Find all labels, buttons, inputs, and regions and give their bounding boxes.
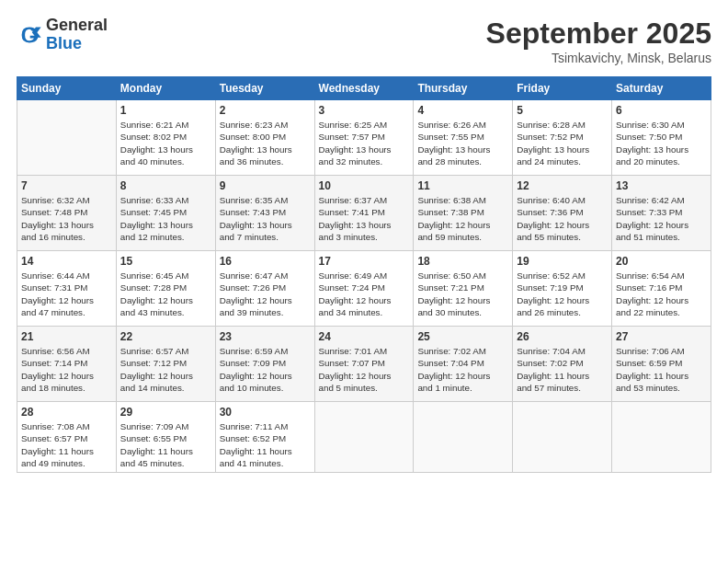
cell-content: Sunrise: 7:11 AM Sunset: 6:52 PM Dayligh… xyxy=(220,420,311,469)
cell-content: Sunrise: 7:04 AM Sunset: 7:02 PM Dayligh… xyxy=(517,345,608,394)
day-number: 1 xyxy=(120,103,211,118)
cell-content: Sunrise: 6:38 AM Sunset: 7:38 PM Dayligh… xyxy=(417,194,508,243)
calendar-cell: 20Sunrise: 6:54 AM Sunset: 7:16 PM Dayli… xyxy=(612,251,711,327)
day-number: 18 xyxy=(417,254,508,269)
calendar-cell: 16Sunrise: 6:47 AM Sunset: 7:26 PM Dayli… xyxy=(215,251,314,327)
col-thursday: Thursday xyxy=(414,77,513,100)
calendar-cell: 27Sunrise: 7:06 AM Sunset: 6:59 PM Dayli… xyxy=(612,327,711,402)
day-number: 26 xyxy=(517,329,608,344)
day-number: 5 xyxy=(517,103,608,118)
day-number: 25 xyxy=(417,329,508,344)
col-tuesday: Tuesday xyxy=(215,77,314,100)
calendar-cell xyxy=(17,100,117,176)
cell-content: Sunrise: 6:42 AM Sunset: 7:33 PM Dayligh… xyxy=(616,194,707,243)
day-number: 11 xyxy=(417,178,508,193)
day-number: 3 xyxy=(319,103,410,118)
day-number: 7 xyxy=(21,178,112,193)
calendar-cell: 12Sunrise: 6:40 AM Sunset: 7:36 PM Dayli… xyxy=(513,176,612,251)
day-number: 10 xyxy=(319,178,410,193)
col-wednesday: Wednesday xyxy=(314,77,414,100)
day-number: 2 xyxy=(220,103,311,118)
day-number: 21 xyxy=(21,329,112,344)
cell-content: Sunrise: 6:35 AM Sunset: 7:43 PM Dayligh… xyxy=(220,194,311,243)
cell-content: Sunrise: 6:28 AM Sunset: 7:52 PM Dayligh… xyxy=(517,119,608,167)
day-number: 14 xyxy=(21,254,112,269)
header: General Blue September 2025 Tsimkavichy,… xyxy=(17,17,711,65)
calendar-cell: 25Sunrise: 7:02 AM Sunset: 7:04 PM Dayli… xyxy=(414,327,513,402)
calendar-cell: 11Sunrise: 6:38 AM Sunset: 7:38 PM Dayli… xyxy=(414,176,513,251)
cell-content: Sunrise: 6:59 AM Sunset: 7:09 PM Dayligh… xyxy=(220,345,311,394)
month-title: September 2025 xyxy=(486,17,711,51)
calendar-cell: 7Sunrise: 6:32 AM Sunset: 7:48 PM Daylig… xyxy=(17,176,117,251)
cell-content: Sunrise: 6:40 AM Sunset: 7:36 PM Dayligh… xyxy=(517,194,608,243)
day-number: 22 xyxy=(120,329,211,344)
cell-content: Sunrise: 6:30 AM Sunset: 7:50 PM Dayligh… xyxy=(616,119,707,167)
calendar-cell: 1Sunrise: 6:21 AM Sunset: 8:02 PM Daylig… xyxy=(116,100,215,176)
cell-content: Sunrise: 7:01 AM Sunset: 7:07 PM Dayligh… xyxy=(319,345,410,394)
calendar-cell: 15Sunrise: 6:45 AM Sunset: 7:28 PM Dayli… xyxy=(116,251,215,327)
calendar-cell: 18Sunrise: 6:50 AM Sunset: 7:21 PM Dayli… xyxy=(414,251,513,327)
cell-content: Sunrise: 6:25 AM Sunset: 7:57 PM Dayligh… xyxy=(319,119,410,167)
calendar-cell: 28Sunrise: 7:08 AM Sunset: 6:57 PM Dayli… xyxy=(17,402,117,473)
cell-content: Sunrise: 7:08 AM Sunset: 6:57 PM Dayligh… xyxy=(21,420,112,469)
title-block: September 2025 Tsimkavichy, Minsk, Belar… xyxy=(486,17,711,65)
cell-content: Sunrise: 6:57 AM Sunset: 7:12 PM Dayligh… xyxy=(120,345,211,394)
day-number: 24 xyxy=(319,329,410,344)
calendar-cell xyxy=(612,402,711,473)
calendar-week-row: 1Sunrise: 6:21 AM Sunset: 8:02 PM Daylig… xyxy=(17,100,711,176)
calendar-cell xyxy=(314,402,414,473)
calendar-week-row: 7Sunrise: 6:32 AM Sunset: 7:48 PM Daylig… xyxy=(17,176,711,251)
calendar-cell xyxy=(513,402,612,473)
calendar-cell: 2Sunrise: 6:23 AM Sunset: 8:00 PM Daylig… xyxy=(215,100,314,176)
calendar-cell: 22Sunrise: 6:57 AM Sunset: 7:12 PM Dayli… xyxy=(116,327,215,402)
cell-content: Sunrise: 6:23 AM Sunset: 8:00 PM Dayligh… xyxy=(220,119,311,167)
col-friday: Friday xyxy=(513,77,612,100)
calendar-cell: 30Sunrise: 7:11 AM Sunset: 6:52 PM Dayli… xyxy=(215,402,314,473)
cell-content: Sunrise: 6:50 AM Sunset: 7:21 PM Dayligh… xyxy=(417,270,508,318)
calendar-cell: 5Sunrise: 6:28 AM Sunset: 7:52 PM Daylig… xyxy=(513,100,612,176)
calendar-cell: 23Sunrise: 6:59 AM Sunset: 7:09 PM Dayli… xyxy=(215,327,314,402)
day-number: 27 xyxy=(616,329,707,344)
calendar-cell: 8Sunrise: 6:33 AM Sunset: 7:45 PM Daylig… xyxy=(116,176,215,251)
cell-content: Sunrise: 6:49 AM Sunset: 7:24 PM Dayligh… xyxy=(319,270,410,318)
calendar-cell: 3Sunrise: 6:25 AM Sunset: 7:57 PM Daylig… xyxy=(314,100,414,176)
day-number: 23 xyxy=(220,329,311,344)
cell-content: Sunrise: 6:21 AM Sunset: 8:02 PM Dayligh… xyxy=(120,119,211,167)
cell-content: Sunrise: 7:09 AM Sunset: 6:55 PM Dayligh… xyxy=(120,420,211,469)
cell-content: Sunrise: 7:06 AM Sunset: 6:59 PM Dayligh… xyxy=(616,345,707,394)
logo-text: General Blue xyxy=(46,17,108,53)
day-number: 16 xyxy=(220,254,311,269)
day-number: 9 xyxy=(220,178,311,193)
day-number: 28 xyxy=(21,405,112,419)
calendar-cell: 14Sunrise: 6:44 AM Sunset: 7:31 PM Dayli… xyxy=(17,251,117,327)
cell-content: Sunrise: 6:56 AM Sunset: 7:14 PM Dayligh… xyxy=(21,345,112,394)
calendar-week-row: 21Sunrise: 6:56 AM Sunset: 7:14 PM Dayli… xyxy=(17,327,711,402)
logo-blue: Blue xyxy=(46,34,82,52)
cell-content: Sunrise: 6:32 AM Sunset: 7:48 PM Dayligh… xyxy=(21,194,112,243)
calendar-cell: 19Sunrise: 6:52 AM Sunset: 7:19 PM Dayli… xyxy=(513,251,612,327)
cell-content: Sunrise: 6:52 AM Sunset: 7:19 PM Dayligh… xyxy=(517,270,608,318)
calendar-cell: 6Sunrise: 6:30 AM Sunset: 7:50 PM Daylig… xyxy=(612,100,711,176)
col-sunday: Sunday xyxy=(17,77,117,100)
page-container: General Blue September 2025 Tsimkavichy,… xyxy=(0,0,728,563)
col-saturday: Saturday xyxy=(612,77,711,100)
day-number: 15 xyxy=(120,254,211,269)
cell-content: Sunrise: 6:45 AM Sunset: 7:28 PM Dayligh… xyxy=(120,270,211,318)
calendar-header-row: Sunday Monday Tuesday Wednesday Thursday… xyxy=(17,77,711,100)
day-number: 12 xyxy=(517,178,608,193)
day-number: 20 xyxy=(616,254,707,269)
day-number: 29 xyxy=(120,405,211,419)
calendar-cell: 17Sunrise: 6:49 AM Sunset: 7:24 PM Dayli… xyxy=(314,251,414,327)
logo-icon xyxy=(17,22,42,48)
day-number: 30 xyxy=(220,405,311,419)
calendar-cell xyxy=(414,402,513,473)
day-number: 6 xyxy=(616,103,707,118)
cell-content: Sunrise: 6:47 AM Sunset: 7:26 PM Dayligh… xyxy=(220,270,311,318)
calendar-cell: 26Sunrise: 7:04 AM Sunset: 7:02 PM Dayli… xyxy=(513,327,612,402)
cell-content: Sunrise: 6:33 AM Sunset: 7:45 PM Dayligh… xyxy=(120,194,211,243)
logo-general: General xyxy=(46,16,108,34)
logo: General Blue xyxy=(17,17,108,53)
cell-content: Sunrise: 7:02 AM Sunset: 7:04 PM Dayligh… xyxy=(417,345,508,394)
cell-content: Sunrise: 6:54 AM Sunset: 7:16 PM Dayligh… xyxy=(616,270,707,318)
day-number: 13 xyxy=(616,178,707,193)
